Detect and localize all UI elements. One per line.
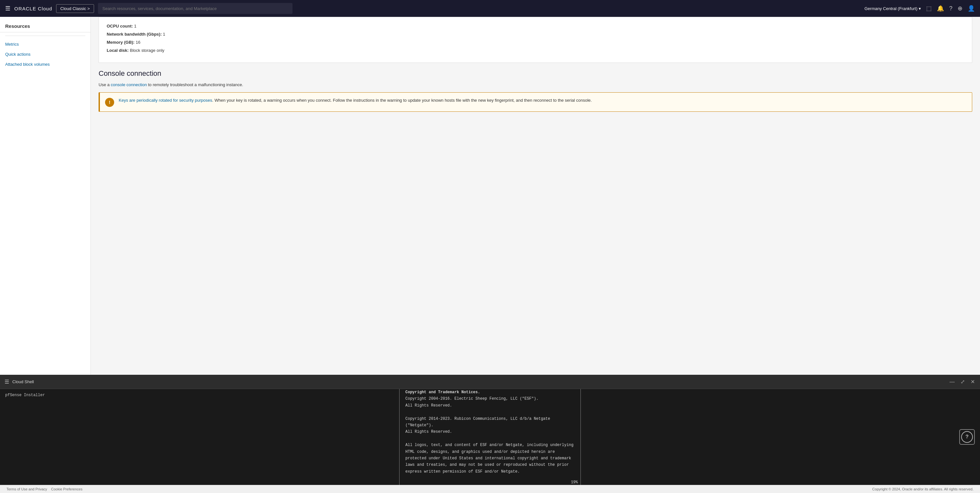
- footer: Terms of Use and Privacy Cookie Preferen…: [0, 485, 980, 493]
- sidebar-section-title: Resources: [0, 23, 91, 32]
- dialog-line-6: All logos, text, and content of ESF and/…: [406, 442, 574, 448]
- dialog-progress: 19%: [399, 479, 581, 485]
- ocpu-value: 1: [134, 24, 137, 29]
- sidebar: Resources Metrics Quick actions Attached…: [0, 17, 91, 375]
- info-row-ocpu: OCPU count: 1: [107, 24, 964, 29]
- info-row-local-disk: Local disk: Block storage only: [107, 48, 964, 53]
- dialog-line-5: [406, 435, 574, 442]
- console-desc-prefix: Use a: [99, 82, 111, 87]
- cloud-shell-header: ☰ Cloud Shell — ⤢ ✕: [0, 375, 980, 389]
- oracle-logo: ORACLE Cloud: [14, 6, 52, 11]
- cloud-shell-controls: — ⤢ ✕: [949, 378, 975, 385]
- cookie-preferences-link[interactable]: Cookie Preferences: [51, 487, 83, 491]
- local-disk-value: Block storage only: [130, 48, 164, 53]
- help-inner-icon: ?: [961, 431, 973, 443]
- memory-value: 16: [136, 40, 140, 45]
- bell-icon[interactable]: 🔔: [937, 5, 944, 12]
- dialog-line-8: protected under United States and intern…: [406, 455, 574, 461]
- info-row-memory: Memory (GB): 16: [107, 40, 964, 45]
- nav-right: Germany Central (Frankfurt) ▾ ⬚ 🔔 ? ⊕ 👤: [865, 5, 975, 12]
- cloud-classic-button[interactable]: Cloud Classic >: [56, 4, 94, 13]
- console-description: Use a console connection to remotely tro…: [99, 82, 972, 87]
- help-icon[interactable]: ?: [949, 5, 953, 12]
- minimize-button[interactable]: —: [949, 378, 955, 385]
- sidebar-item-quick-actions[interactable]: Quick actions: [0, 49, 91, 59]
- network-label: Network bandwidth (Gbps):: [107, 32, 162, 36]
- top-nav: ☰ ORACLE Cloud Cloud Classic > Germany C…: [0, 0, 980, 17]
- dialog-line-3: Copyright 2014-2023. Rubicon Communicati…: [406, 415, 574, 429]
- footer-left: Terms of Use and Privacy Cookie Preferen…: [6, 487, 83, 491]
- close-button[interactable]: ✕: [970, 378, 975, 385]
- console-connection-link[interactable]: console connection: [111, 82, 147, 87]
- chevron-down-icon: ▾: [919, 6, 921, 11]
- dialog-line-4: All Rights Reserved.: [406, 428, 574, 435]
- dialog-heading: Copyright and Trademark Notices.: [406, 389, 574, 395]
- code-editor-icon[interactable]: ⬚: [926, 5, 932, 12]
- ocpu-label: OCPU count:: [107, 24, 133, 29]
- info-row-network: Network bandwidth (Gbps): 1: [107, 32, 964, 36]
- console-desc-suffix: to remotely troubleshoot a malfunctionin…: [147, 82, 243, 87]
- hamburger-icon[interactable]: ☰: [5, 5, 10, 12]
- cloud-shell-menu-icon[interactable]: ☰: [5, 379, 9, 385]
- dialog-content: Copyright and Trademark Notices. Copyrig…: [399, 389, 581, 479]
- dialog-line-9: laws and treaties, and may not be used o…: [406, 461, 574, 468]
- info-panel: OCPU count: 1 Network bandwidth (Gbps): …: [99, 17, 972, 63]
- main-layout: Resources Metrics Quick actions Attached…: [0, 17, 980, 375]
- terminal-help-icon[interactable]: ?: [959, 429, 975, 445]
- search-input[interactable]: [98, 3, 293, 14]
- warning-icon: !: [105, 98, 114, 107]
- sidebar-item-attached-block-volumes[interactable]: Attached block volumes: [0, 59, 91, 69]
- dialog-line-10: express written permission of ESF and/or…: [406, 468, 574, 475]
- dialog-line-1: All Rights Reserved.: [406, 402, 574, 409]
- terms-link[interactable]: Terms of Use and Privacy: [6, 487, 47, 491]
- console-connection-title: Console connection: [99, 69, 972, 78]
- security-warning-link[interactable]: Keys are periodically rotated for securi…: [119, 98, 212, 103]
- warning-text-content: . When your key is rotated, a warning oc…: [212, 98, 592, 103]
- user-avatar[interactable]: 👤: [968, 5, 975, 12]
- local-disk-label: Local disk:: [107, 48, 129, 53]
- copyright-dialog: Copyright and distribution notice Copyri…: [399, 389, 581, 485]
- security-warning-box: ! Keys are periodically rotated for secu…: [99, 92, 972, 112]
- cloud-shell-panel: ☰ Cloud Shell — ⤢ ✕ pfSense Installer Co…: [0, 375, 980, 485]
- dialog-line-0: Copyright 2004-2016. Electric Sheep Fenc…: [406, 395, 574, 402]
- region-selector[interactable]: Germany Central (Frankfurt) ▾: [865, 6, 921, 11]
- content-area: OCPU count: 1 Network bandwidth (Gbps): …: [91, 17, 980, 375]
- globe-icon[interactable]: ⊕: [958, 5, 963, 12]
- terminal-body: pfSense Installer Copyright and distribu…: [0, 389, 980, 485]
- memory-label: Memory (GB):: [107, 40, 135, 45]
- dialog-line-2: [406, 409, 574, 415]
- expand-button[interactable]: ⤢: [960, 378, 966, 385]
- console-section: Console connection Use a console connect…: [91, 69, 980, 119]
- footer-copyright: Copyright © 2024, Oracle and/or its affi…: [872, 487, 974, 491]
- network-value: 1: [163, 32, 165, 36]
- cloud-shell-title: Cloud Shell: [12, 379, 34, 384]
- dialog-line-7: HTML code, designs, and graphics used an…: [406, 448, 574, 455]
- sidebar-item-metrics[interactable]: Metrics: [0, 39, 91, 49]
- warning-text: Keys are periodically rotated for securi…: [119, 97, 592, 104]
- region-label: Germany Central (Frankfurt): [865, 6, 917, 11]
